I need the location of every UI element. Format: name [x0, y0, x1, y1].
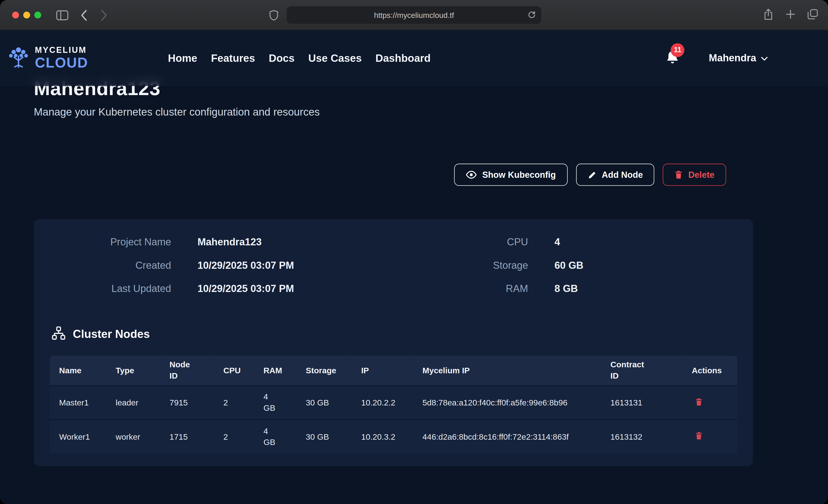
cell-node-id: 1715 [160, 420, 214, 454]
browser-window: https://myceliumcloud.tf [0, 0, 828, 504]
cell-storage: 30 GB [296, 420, 351, 454]
detail-value: Mahendra123 [197, 235, 393, 249]
table-row: Master1 leader 7915 2 4 GB 30 GB 10.20.2… [50, 386, 737, 420]
reload-icon[interactable] [527, 10, 536, 21]
col-ip: IP [351, 356, 413, 386]
cluster-details-card: Project Name Mahendra123 Created 10/29/2… [34, 219, 753, 466]
table-header-row: Name Type Node ID CPU RAM Storage IP Myc… [50, 356, 737, 386]
detail-value: 10/29/2025 03:07 PM [197, 282, 393, 296]
cell-mycelium-ip: 446:d2a6:8bcd:8c16:ff0f:72e2:3114:863f [413, 420, 601, 454]
detail-label: CPU [394, 235, 528, 249]
forward-icon[interactable] [100, 9, 108, 21]
screen: https://myceliumcloud.tf [0, 0, 828, 504]
window-controls [12, 12, 41, 18]
brand-logo[interactable]: MYCELIUM CLOUD [6, 45, 88, 71]
cell-contract-id: 1613131 [601, 386, 682, 420]
project-details: Project Name Mahendra123 Created 10/29/2… [50, 235, 737, 296]
cell-ip: 10.20.3.2 [351, 420, 413, 454]
minimize-window-button[interactable] [23, 12, 30, 18]
nav-right: 11 Mahendra [666, 30, 768, 86]
user-name: Mahendra [709, 52, 756, 64]
user-menu[interactable]: Mahendra [709, 52, 768, 64]
col-ram: RAM [254, 356, 296, 386]
share-icon[interactable] [762, 8, 774, 22]
detail-label: RAM [394, 282, 528, 296]
detail-label: Last Updated [50, 282, 171, 296]
cluster-table-body: Master1 leader 7915 2 4 GB 30 GB 10.20.2… [50, 386, 737, 454]
page-subtitle: Manage your Kubernetes cluster configura… [34, 106, 794, 118]
tab-overview-icon[interactable] [807, 8, 819, 22]
col-mycelium-ip: Mycelium IP [413, 356, 601, 386]
cell-cpu: 2 [214, 386, 254, 420]
cell-node-id: 7915 [160, 386, 214, 420]
main-content: Mahendra123 Manage your Kubernetes clust… [0, 30, 828, 504]
cell-cpu: 2 [214, 420, 254, 454]
cell-storage: 30 GB [296, 386, 351, 420]
detail-value: 60 GB [554, 258, 737, 272]
cell-ip: 10.20.2.2 [351, 386, 413, 420]
nav-item-features[interactable]: Features [211, 52, 255, 64]
detail-label: Storage [394, 258, 528, 272]
browser-titlebar: https://myceliumcloud.tf [0, 0, 828, 30]
detail-value: 4 [554, 235, 737, 249]
col-contract-id: Contract ID [601, 356, 682, 386]
delete-node-button[interactable] [695, 431, 703, 440]
detail-value: 8 GB [554, 282, 737, 296]
cell-type: leader [106, 386, 160, 420]
page-body: Mahendra123 Manage your Kubernetes clust… [0, 30, 828, 504]
col-node-id: Node ID [160, 356, 214, 386]
col-storage: Storage [296, 356, 351, 386]
back-icon[interactable] [80, 9, 88, 21]
table-row: Worker1 worker 1715 2 4 GB 30 GB 10.20.3… [50, 420, 737, 454]
cell-ram: 4 GB [254, 386, 296, 420]
trash-icon [674, 170, 683, 179]
cell-contract-id: 1613132 [601, 420, 682, 454]
nav-links: Home Features Docs Use Cases Dashboard [168, 30, 431, 86]
notifications-button[interactable]: 11 [666, 50, 679, 66]
cluster-actions: Show Kubeconfig Add Node Delete [0, 164, 726, 186]
show-kubeconfig-button[interactable]: Show Kubeconfig [454, 164, 567, 186]
cell-type: worker [106, 420, 160, 454]
detail-label: Project Name [50, 235, 171, 249]
chevron-down-icon [761, 52, 768, 64]
cluster-nodes-heading: Cluster Nodes [52, 326, 737, 342]
nav-item-dashboard[interactable]: Dashboard [375, 52, 431, 64]
detail-label: Created [50, 258, 171, 272]
cell-name: Master1 [50, 386, 106, 420]
address-bar[interactable]: https://myceliumcloud.tf [287, 6, 541, 24]
pencil-icon [587, 170, 596, 179]
col-cpu: CPU [214, 356, 254, 386]
new-tab-icon[interactable] [785, 9, 796, 22]
col-name: Name [50, 356, 106, 386]
cell-name: Worker1 [50, 420, 106, 454]
trash-icon [695, 397, 703, 406]
titlebar-right-controls [762, 0, 819, 30]
brand-text: MYCELIUM CLOUD [35, 46, 88, 70]
cell-actions [682, 420, 737, 454]
bell-icon [666, 57, 679, 66]
cell-ram: 4 GB [254, 420, 296, 454]
close-window-button[interactable] [12, 12, 19, 18]
eye-icon [466, 170, 477, 179]
notification-badge: 11 [671, 43, 685, 57]
mycelium-logo-icon [6, 45, 31, 71]
detail-value: 10/29/2025 03:07 PM [197, 258, 393, 272]
cell-actions [682, 386, 737, 420]
url-text: https://myceliumcloud.tf [374, 11, 454, 19]
col-actions: Actions [682, 356, 737, 386]
zoom-window-button[interactable] [34, 12, 41, 18]
cluster-nodes-table: Name Type Node ID CPU RAM Storage IP Myc… [50, 356, 737, 454]
privacy-shield-icon[interactable] [269, 9, 279, 21]
sidebar-toggle-icon[interactable] [56, 10, 69, 21]
col-type: Type [106, 356, 160, 386]
cell-mycelium-ip: 5d8:78ea:a120:f40c:ff0f:a5fe:99e6:8b96 [413, 386, 601, 420]
trash-icon [695, 431, 703, 440]
add-node-button[interactable]: Add Node [576, 164, 655, 186]
nav-item-home[interactable]: Home [168, 52, 197, 64]
nav-item-docs[interactable]: Docs [268, 52, 294, 64]
delete-cluster-button[interactable]: Delete [663, 164, 726, 186]
top-navbar: MYCELIUM CLOUD Home Features Docs Use Ca… [0, 30, 828, 86]
sitemap-icon [52, 326, 66, 342]
nav-item-use-cases[interactable]: Use Cases [308, 52, 362, 64]
delete-node-button[interactable] [695, 397, 703, 406]
